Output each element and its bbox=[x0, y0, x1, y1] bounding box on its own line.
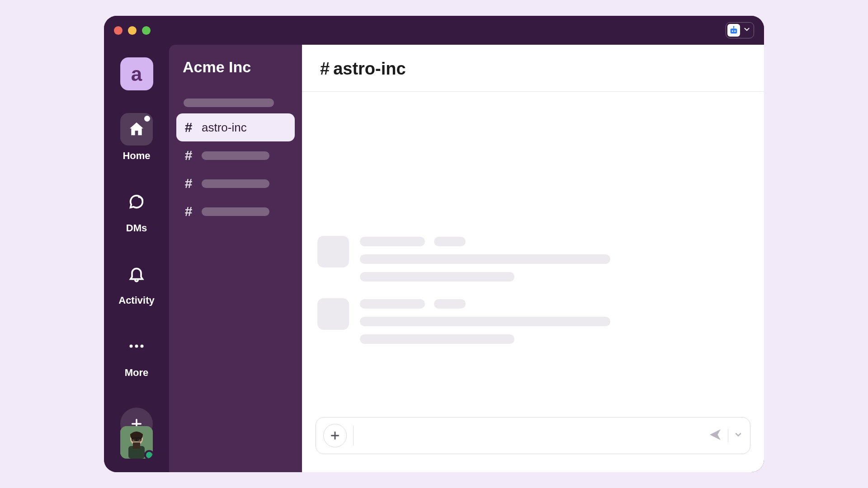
nav-label: Home bbox=[123, 150, 150, 162]
send-button[interactable] bbox=[708, 427, 722, 444]
workspace-name[interactable]: Acme Inc bbox=[176, 58, 295, 76]
chevron-down-icon bbox=[743, 25, 751, 35]
message-skeleton bbox=[317, 298, 610, 344]
send-options-button[interactable] bbox=[734, 430, 743, 441]
messages-area bbox=[302, 92, 764, 417]
nav-more[interactable]: More bbox=[120, 330, 153, 379]
channel-placeholder-item[interactable]: # bbox=[176, 197, 295, 225]
channel-placeholder-item bbox=[176, 92, 295, 113]
workspace-letter: a bbox=[131, 63, 142, 85]
message-composer bbox=[316, 417, 750, 454]
presence-indicator bbox=[144, 450, 153, 459]
channel-header[interactable]: # astro-inc bbox=[302, 45, 764, 92]
channel-sidebar: Acme Inc # astro-inc # # # bbox=[169, 45, 302, 472]
workspace-switcher[interactable]: a bbox=[120, 57, 153, 90]
bot-avatar-icon bbox=[727, 24, 740, 37]
channel-item-astro-inc[interactable]: # astro-inc bbox=[176, 113, 295, 141]
message-skeleton bbox=[317, 236, 610, 282]
nav-rail: a Home DMs Activity bbox=[104, 45, 169, 472]
svg-point-7 bbox=[141, 345, 144, 348]
avatar-placeholder bbox=[317, 236, 349, 267]
nav-label: DMs bbox=[126, 222, 147, 234]
channel-name: astro-inc bbox=[202, 121, 247, 135]
message-input[interactable] bbox=[360, 418, 702, 454]
minimize-window-button[interactable] bbox=[128, 26, 137, 35]
svg-point-4 bbox=[733, 26, 735, 27]
app-window: a Home DMs Activity bbox=[104, 16, 764, 472]
nav-home[interactable]: Home bbox=[120, 113, 153, 162]
home-icon bbox=[120, 113, 153, 145]
user-avatar[interactable] bbox=[120, 426, 153, 459]
nav-activity[interactable]: Activity bbox=[118, 258, 154, 306]
channel-title: astro-inc bbox=[333, 59, 406, 79]
hash-icon: # bbox=[184, 204, 193, 219]
svg-point-1 bbox=[732, 30, 733, 32]
more-icon bbox=[120, 330, 153, 362]
divider bbox=[728, 429, 728, 442]
divider bbox=[353, 426, 354, 446]
bell-icon bbox=[120, 258, 153, 290]
svg-rect-0 bbox=[731, 28, 737, 33]
nav-label: Activity bbox=[118, 295, 154, 306]
attach-button[interactable] bbox=[323, 424, 347, 447]
titlebar bbox=[104, 16, 764, 45]
hash-icon: # bbox=[184, 120, 193, 135]
svg-rect-15 bbox=[133, 442, 140, 449]
hash-icon: # bbox=[184, 176, 193, 191]
avatar-placeholder bbox=[317, 298, 349, 330]
profile-menu-button[interactable] bbox=[726, 22, 754, 38]
hash-icon: # bbox=[320, 59, 330, 79]
close-window-button[interactable] bbox=[114, 26, 123, 35]
maximize-window-button[interactable] bbox=[142, 26, 151, 35]
channel-placeholder-item[interactable]: # bbox=[176, 141, 295, 169]
nav-label: More bbox=[125, 367, 149, 379]
svg-point-6 bbox=[135, 345, 138, 348]
channel-placeholder-item[interactable]: # bbox=[176, 169, 295, 197]
hash-icon: # bbox=[184, 148, 193, 163]
dms-icon bbox=[120, 185, 153, 218]
notification-dot bbox=[144, 116, 150, 122]
svg-point-5 bbox=[130, 345, 133, 348]
svg-point-2 bbox=[734, 30, 736, 32]
main-pane: # astro-inc bbox=[302, 45, 764, 472]
nav-dms[interactable]: DMs bbox=[120, 185, 153, 234]
window-controls bbox=[114, 26, 151, 35]
